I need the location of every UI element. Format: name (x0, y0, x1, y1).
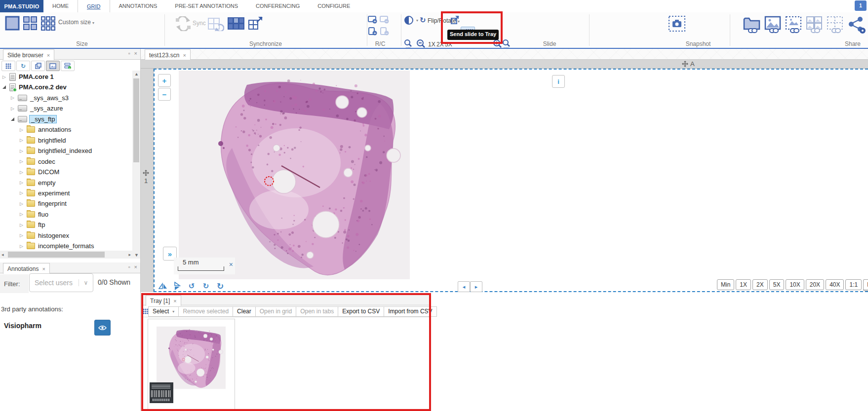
tray-item-card[interactable]: _sys_ftp/test123.scn (148, 319, 235, 411)
tree-item-pma-core-1[interactable]: ▷PMA.core 1 (2, 72, 54, 82)
grid-row-header[interactable]: 1 (141, 69, 154, 292)
grid-column-header[interactable]: A (141, 60, 868, 69)
zoom-preset-40x[interactable]: 40X (826, 279, 844, 290)
info-button[interactable]: i (552, 75, 565, 88)
close-icon[interactable]: × (42, 266, 45, 272)
tree-item-fluo[interactable]: ▷fluo (20, 209, 48, 220)
tree-item-annotations[interactable]: ▷annotations (20, 124, 71, 135)
reset-rotation-icon[interactable]: ↻ (214, 281, 226, 291)
collapsed-arrow-icon[interactable]: ▷ (20, 138, 25, 143)
collapsed-arrow-icon[interactable]: ▷ (20, 170, 25, 175)
collapsed-arrow-icon[interactable]: ▷ (20, 180, 25, 185)
tray-button-import-from-csv[interactable]: Import from CSV (384, 306, 436, 317)
zoom-preset-10x[interactable]: 10X (786, 279, 804, 290)
tree-vertical-scrollbar[interactable]: ▲ ▼ (132, 71, 140, 259)
thumbnail-view-icon[interactable] (46, 61, 60, 71)
tree-item-experiment[interactable]: ▷experiment (20, 188, 70, 198)
collapsed-arrow-icon[interactable]: ▷ (11, 106, 16, 111)
collapsed-arrow-icon[interactable]: ▷ (20, 190, 25, 195)
menu-item-configure[interactable]: CONFIGURE (309, 0, 359, 12)
remove-column-button[interactable]: − (380, 27, 390, 38)
snapshot-button[interactable] (668, 15, 686, 34)
layout-2x2-button[interactable] (23, 16, 38, 33)
close-icon[interactable]: × (173, 298, 176, 304)
add-row-button[interactable]: + (368, 15, 378, 26)
app-logo[interactable]: PMA.STUDIO (0, 0, 43, 12)
rotate-left-icon[interactable]: ↺ (186, 281, 197, 291)
duplicate-icon[interactable] (31, 61, 45, 71)
share-settings-button[interactable] (847, 16, 866, 36)
tree-item-brightfield-indexed[interactable]: ▷brightfield_indexed (20, 146, 92, 156)
tree-item-ftp[interactable]: ▷ftp (20, 220, 45, 230)
previous-slide-button[interactable]: ◂ (458, 281, 470, 292)
tray-button-open-in-tabs[interactable]: Open in tabs (296, 306, 338, 317)
tab-test123[interactable]: test123.scn × (145, 49, 191, 60)
open-external-button[interactable] (450, 15, 460, 27)
menu-item-grid[interactable]: GRID (78, 0, 110, 12)
share-grid-link-button[interactable] (806, 15, 825, 36)
float-panel-icon[interactable]: ▫ (128, 50, 130, 56)
menu-item-pre-set-annotations[interactable]: PRE-SET ANNOTATIONS (166, 0, 247, 12)
sync-grid-rotate-button[interactable] (207, 16, 224, 33)
next-slide-button[interactable]: ▸ (470, 281, 482, 292)
close-panel-icon[interactable]: × (134, 264, 137, 270)
slide-image[interactable] (179, 71, 410, 279)
collapsed-arrow-icon[interactable]: ▷ (20, 223, 25, 227)
collapsed-arrow-icon[interactable]: ▷ (11, 95, 16, 100)
tree-item-sys-azure[interactable]: ▷_sys_azure (11, 103, 63, 113)
refresh-icon[interactable]: ↻ (16, 61, 30, 71)
zoom-2x-button[interactable]: 2X (436, 41, 444, 48)
collapsed-arrow-icon[interactable]: ▷ (20, 201, 25, 206)
close-icon[interactable]: × (183, 52, 186, 58)
tree-item-pma-core-2-dev[interactable]: PMA.core.2 dev (2, 82, 67, 92)
tree-horizontal-scrollbar[interactable]: ◂ ▸ (0, 251, 132, 259)
share-folder-link-button[interactable] (743, 15, 762, 36)
tree-item-brightfield[interactable]: ▷brightfield (20, 135, 66, 146)
zoom-preset-min[interactable]: Min (717, 279, 734, 290)
tree-item-codec[interactable]: ▷codec (20, 156, 55, 167)
close-icon[interactable]: × (47, 52, 50, 58)
sync-grid-active-button[interactable] (227, 16, 245, 33)
contrast-button[interactable] (404, 15, 414, 27)
tray-button-open-in-grid[interactable]: Open in grid (255, 306, 296, 317)
sync-button[interactable] (174, 16, 192, 33)
tray-button-remove-selected[interactable]: Remove selected (178, 306, 233, 317)
tree-item-incomplete-formats[interactable]: ▷incomplete_formats (20, 241, 94, 251)
close-panel-icon[interactable]: × (134, 50, 137, 56)
grid-view-icon[interactable] (1, 61, 15, 71)
layout-3x3-button[interactable] (40, 16, 55, 33)
zoom-preset-5x[interactable]: 5X (769, 279, 785, 290)
tab-slide-browser[interactable]: Slide browser × (3, 49, 54, 60)
zoom-5x-button[interactable]: 5X (445, 41, 452, 48)
tray-button-export-to-csv[interactable]: Export to CSV (338, 306, 384, 317)
zoom-preset-2x[interactable]: 2X (752, 279, 768, 290)
float-panel-icon[interactable]: ▫ (128, 264, 130, 270)
server-add-icon[interactable]: + (61, 61, 75, 71)
zoom-1x-button[interactable]: 1X (428, 41, 435, 48)
collapsed-arrow-icon[interactable]: ▷ (2, 75, 7, 79)
flip-rotate-icon[interactable]: ↻ (420, 16, 426, 25)
zoom-preset-20x[interactable]: 20X (806, 279, 824, 290)
tree-item-fingerprint[interactable]: ▷fingerprint (20, 198, 67, 209)
tree-item-dicom[interactable]: ▷DICOM (20, 167, 59, 177)
tray-button-select[interactable]: Select▾ (148, 306, 179, 317)
zoom-preset-max[interactable]: Max (863, 279, 868, 290)
zoom-preset-1x[interactable]: 1X (736, 279, 751, 290)
zoom-in-button-viewer[interactable]: + (158, 74, 171, 87)
menu-item-annotations[interactable]: ANNOTATIONS (110, 0, 166, 12)
menu-item-conferencing[interactable]: CONFERENCING (247, 0, 309, 12)
collapsed-arrow-icon[interactable]: ▷ (20, 149, 25, 153)
tree-item-empty[interactable]: ▷empty (20, 178, 55, 188)
close-icon[interactable]: × (229, 261, 233, 268)
share-region-link-button[interactable] (785, 15, 804, 36)
collapsed-arrow-icon[interactable]: ▷ (20, 159, 25, 164)
zoom-out-button-viewer[interactable]: − (158, 88, 171, 101)
share-image-link-button[interactable] (764, 15, 783, 36)
flip-vertical-icon[interactable] (171, 281, 183, 291)
menu-item-home[interactable]: HOME (43, 0, 78, 12)
contrast-dropdown-icon[interactable]: ▾ (416, 18, 418, 23)
zoom-preset-1-1[interactable]: 1:1 (845, 279, 862, 290)
tray-button-clear[interactable]: Clear (233, 306, 256, 317)
tree-item-sys-aws-s3[interactable]: ▷_sys_aws_s3 (11, 93, 69, 103)
tree-item-histogenex[interactable]: ▷histogenex (20, 230, 69, 241)
